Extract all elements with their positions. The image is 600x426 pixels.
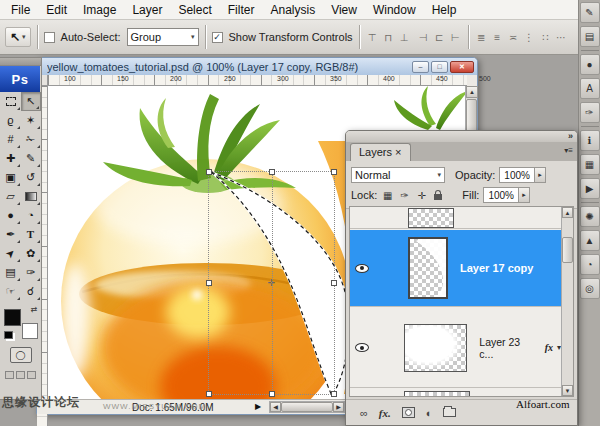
link-layers-icon[interactable]: ∞	[360, 407, 368, 419]
panel-drag-bar[interactable]: »	[346, 131, 577, 142]
tool-magic-wand[interactable]: ✶	[21, 111, 41, 130]
dock-adjustments-icon[interactable]: ▲	[580, 230, 600, 251]
lock-position-icon[interactable]: ✛	[415, 190, 428, 201]
transform-handle-top-left[interactable]	[206, 169, 212, 175]
menu-layer[interactable]: Layer	[125, 2, 169, 18]
default-colors-icon[interactable]	[4, 331, 13, 339]
menu-view[interactable]: View	[324, 2, 364, 18]
dock-channels-icon[interactable]: ◎	[580, 278, 600, 299]
layer-thumbnail[interactable]	[404, 391, 470, 397]
lock-transparency-icon[interactable]: ▦	[381, 190, 394, 201]
layers-scroll-thumb[interactable]	[562, 237, 573, 263]
layer-name[interactable]: Layer 17 copy	[460, 262, 533, 274]
tool-lasso[interactable]: ϱ	[1, 111, 21, 130]
palette-grab-bar[interactable]	[0, 58, 41, 66]
transform-bounding-box[interactable]: ✛	[208, 171, 335, 395]
distribute-hcenter-icon[interactable]: ∷	[539, 32, 552, 43]
dock-curves-icon[interactable]: ◔	[580, 254, 600, 275]
opacity-field[interactable]: 100% ▸	[499, 167, 546, 183]
dock-styles-icon[interactable]: A	[580, 78, 600, 99]
tool-gradient[interactable]	[21, 187, 41, 206]
transform-handle-bottom-left[interactable]	[206, 391, 212, 397]
layer-row-partial-top[interactable]	[350, 207, 561, 229]
screen-mode-buttons[interactable]	[0, 371, 41, 379]
tool-type[interactable]: T	[21, 225, 41, 244]
layer-thumbnail[interactable]	[408, 208, 454, 228]
menu-file[interactable]: File	[4, 2, 37, 18]
fill-spinner-icon[interactable]: ▸	[518, 188, 529, 202]
transform-handle-middle-right[interactable]	[331, 280, 337, 286]
transform-handle-top-center[interactable]	[269, 169, 275, 175]
panel-menu-icon[interactable]: ▾≡	[564, 146, 573, 155]
tool-dodge[interactable]: ◔	[21, 206, 41, 225]
tab-layers[interactable]: Layers ×	[350, 143, 411, 161]
transform-reference-point[interactable]: ✛	[268, 278, 276, 288]
align-right-icon[interactable]: ⊢	[449, 32, 462, 43]
blend-mode-dropdown[interactable]: Normal ▾	[351, 167, 445, 183]
menu-image[interactable]: Image	[76, 2, 123, 18]
status-menu-arrow[interactable]: ▶	[255, 402, 261, 411]
tool-blur[interactable]: ●	[1, 206, 21, 225]
layer-thumbnail[interactable]	[408, 237, 448, 299]
minimize-button[interactable]: –	[412, 61, 429, 73]
menu-window[interactable]: Window	[366, 2, 423, 18]
distribute-bottom-icon[interactable]: ≍	[507, 32, 520, 43]
menu-help[interactable]: Help	[425, 2, 464, 18]
transform-handle-bottom-right[interactable]	[331, 391, 337, 397]
tool-custom-shape[interactable]: ✿	[21, 244, 41, 263]
current-tool-button[interactable]: ↖ ▾	[5, 27, 31, 47]
foreground-color-swatch[interactable]	[4, 309, 21, 326]
scroll-up-button[interactable]: ▲	[466, 86, 478, 98]
dock-filter-icon[interactable]: ✺	[580, 206, 600, 227]
tool-crop[interactable]: #	[1, 130, 21, 149]
menu-select[interactable]: Select	[171, 2, 218, 18]
tool-zoom[interactable]: ☌	[21, 282, 41, 301]
tool-rectangular-marquee[interactable]	[1, 92, 21, 111]
tool-healing-brush[interactable]: ✚	[1, 149, 21, 168]
dock-color-icon[interactable]: ✑	[580, 102, 600, 123]
background-color-swatch[interactable]	[22, 323, 38, 339]
dock-brushes-icon[interactable]: ✎	[580, 2, 600, 23]
align-hcenter-icon[interactable]: ⊏	[433, 32, 446, 43]
adjustment-layer-icon[interactable]: ◐	[426, 407, 433, 419]
align-vcenter-icon[interactable]: ⊓	[382, 32, 395, 43]
dock-swatches-icon[interactable]: ●	[580, 54, 600, 75]
layer-row[interactable]: Layer 23 c... fx ▾	[350, 308, 561, 388]
dock-layer-comps-icon[interactable]: ▶	[580, 178, 600, 199]
quick-mask-button[interactable]: ◯	[10, 347, 32, 363]
maximize-button[interactable]: □	[431, 61, 448, 73]
fill-field[interactable]: 100% ▸	[483, 187, 530, 203]
show-transform-checkbox[interactable]: ✓	[212, 32, 223, 43]
layer-row-selected[interactable]: Layer 17 copy	[350, 230, 561, 307]
close-button[interactable]: ✕	[450, 61, 474, 73]
dock-character-icon[interactable]: ▤	[580, 26, 600, 47]
scroll-down-button[interactable]: ▼	[562, 385, 573, 396]
distribute-right-icon[interactable]: ⋯	[555, 32, 568, 43]
align-bottom-icon[interactable]: ⊥	[398, 32, 411, 43]
align-top-icon[interactable]: ⊤	[366, 32, 379, 43]
layer-row-partial-bottom[interactable]	[350, 389, 561, 397]
layer-style-fx-icon[interactable]: fx.	[379, 407, 391, 419]
distribute-left-icon[interactable]: ⋮	[523, 32, 536, 43]
tool-move[interactable]: ↖	[21, 92, 41, 111]
tool-eyedropper[interactable]: ✑	[21, 263, 41, 282]
document-title-bar[interactable]: yellow_tomatoes_tutorial.psd @ 100% (Lay…	[37, 58, 477, 75]
layer-name[interactable]: Layer 23 c...	[479, 336, 536, 360]
opacity-spinner-icon[interactable]: ▸	[534, 168, 545, 182]
tool-history-brush[interactable]: ↺	[21, 168, 41, 187]
tool-path-selection[interactable]: ➤	[1, 244, 21, 263]
new-group-icon[interactable]	[443, 408, 456, 417]
collapse-panel-icon[interactable]: »	[568, 131, 573, 141]
layer-fx-badge[interactable]: fx	[545, 342, 553, 353]
transform-handle-top-right[interactable]	[331, 169, 337, 175]
scroll-up-button[interactable]: ▲	[562, 207, 573, 218]
swap-colors-icon[interactable]: ⇄	[31, 305, 38, 314]
tool-hand[interactable]: ☞	[1, 282, 21, 301]
tool-brush[interactable]: ✎	[21, 149, 41, 168]
tool-slice[interactable]: ✁	[21, 130, 41, 149]
transform-handle-middle-left[interactable]	[206, 280, 212, 286]
distribute-vcenter-icon[interactable]: ≡	[491, 32, 504, 43]
horizontal-scrollbar[interactable]: ◀ ▶	[269, 401, 345, 413]
add-layer-mask-icon[interactable]	[402, 407, 415, 418]
distribute-top-icon[interactable]: ≣	[475, 32, 488, 43]
